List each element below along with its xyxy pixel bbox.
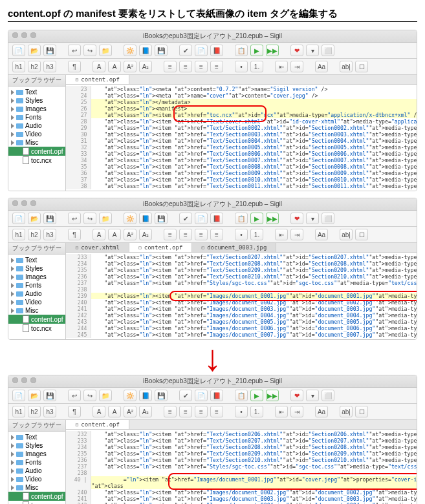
toolbar-button[interactable]: 📁	[99, 390, 112, 401]
toolbar-button[interactable]: 📋	[235, 213, 248, 224]
toolbar-button[interactable]: 💾	[43, 213, 56, 224]
toolbar-button[interactable]: ↪	[83, 45, 96, 56]
minimize-window-icon[interactable]	[21, 32, 27, 38]
close-icon[interactable]: ⊡	[201, 245, 204, 251]
toolbar-button[interactable]: 📄	[195, 213, 208, 224]
close-icon[interactable]: ⊡	[75, 422, 78, 428]
close-icon[interactable]: ⊡	[75, 77, 78, 83]
h3-button[interactable]: h3	[43, 61, 56, 72]
minimize-window-icon[interactable]	[21, 200, 27, 206]
toolbar-button[interactable]: 💾	[43, 45, 56, 56]
superscript-button[interactable]: A²	[124, 61, 136, 72]
align-justify-button[interactable]: ≡	[210, 229, 223, 240]
h2-button[interactable]: h2	[28, 229, 41, 240]
font-button[interactable]: A	[93, 229, 105, 240]
close-icon[interactable]: ⊡	[75, 245, 78, 251]
bullet-button[interactable]: •	[235, 61, 248, 72]
zoom-window-icon[interactable]	[30, 377, 36, 383]
insert-button[interactable]: ab|	[340, 61, 353, 72]
align-right-button[interactable]: ≡	[195, 61, 208, 72]
toolbar-button[interactable]: 📄	[12, 390, 25, 401]
font-button[interactable]: A	[93, 61, 105, 72]
toolbar-button[interactable]: 📂	[28, 390, 41, 401]
toolbar-button[interactable]: ▶	[250, 390, 263, 401]
case-button[interactable]: Aa	[315, 229, 328, 240]
toolbar-button[interactable]: 💾	[155, 213, 168, 224]
toolbar-button[interactable]: ❤	[290, 390, 303, 401]
subscript-button[interactable]: A₂	[139, 406, 152, 417]
toolbar-button[interactable]: 💾	[43, 390, 56, 401]
align-center-button[interactable]: ≡	[179, 61, 192, 72]
h3-button[interactable]: h3	[43, 229, 56, 240]
folder-styles[interactable]: Styles	[8, 441, 65, 450]
superscript-button[interactable]: A²	[124, 229, 136, 240]
toolbar-button[interactable]: ↩	[68, 213, 81, 224]
file-content-opf[interactable]: content.opf	[8, 147, 65, 156]
code-editor[interactable]: 232 "at">class="ln"><item "at">href="Tex…	[66, 430, 417, 504]
case-button[interactable]: Aa	[315, 61, 328, 72]
toolbar-button[interactable]: ✔	[179, 45, 192, 56]
toolbar-button[interactable]: ✔	[179, 390, 192, 401]
folder-misc[interactable]: Misc	[8, 138, 65, 147]
folder-images[interactable]: Images	[8, 450, 65, 458]
align-justify-button[interactable]: ≡	[210, 61, 223, 72]
align-right-button[interactable]: ≡	[195, 406, 208, 417]
case-button[interactable]: Aa	[315, 406, 328, 417]
file-toc-ncx[interactable]: toc.ncx	[8, 324, 65, 333]
folder-fonts[interactable]: Fonts	[8, 281, 65, 289]
toolbar-button[interactable]: 📘	[139, 213, 152, 224]
toolbar-button[interactable]: 📘	[139, 45, 152, 56]
superscript-button[interactable]: A²	[124, 406, 136, 417]
close-icon[interactable]: ⊡	[138, 245, 142, 251]
file-content-opf[interactable]: content.opf	[8, 315, 65, 324]
indent-button[interactable]: ⇥	[290, 406, 303, 417]
strike-button[interactable]: A	[108, 229, 121, 240]
font-button[interactable]: A	[93, 406, 105, 417]
toolbar-button[interactable]: ❤	[290, 213, 303, 224]
numbered-button[interactable]: 1.	[250, 406, 263, 417]
tab-content-opf[interactable]: ⊡content.opf	[66, 75, 129, 84]
toolbar-button[interactable]: 📂	[28, 213, 41, 224]
toolbar-button[interactable]: 📁	[99, 45, 112, 56]
folder-text[interactable]: Text	[8, 88, 65, 96]
folder-audio[interactable]: Audio	[8, 467, 65, 475]
checkbox-button[interactable]: ☐	[355, 406, 368, 417]
toolbar-button[interactable]: 💾	[155, 45, 168, 56]
close-window-icon[interactable]	[12, 32, 18, 38]
numbered-button[interactable]: 1.	[250, 229, 263, 240]
toolbar-button[interactable]: ▶	[250, 213, 263, 224]
toolbar-button[interactable]: 📕	[210, 213, 223, 224]
toolbar-button[interactable]: ↩	[68, 390, 81, 401]
toolbar-button[interactable]: 📋	[235, 390, 248, 401]
code-editor[interactable]: 233 "at">class="ln"><item "at">href="Tex…	[66, 253, 417, 339]
folder-misc[interactable]: Misc	[8, 306, 65, 315]
folder-images[interactable]: Images	[8, 273, 65, 281]
h1-button[interactable]: h1	[12, 229, 25, 240]
toolbar-button[interactable]: ▶	[250, 45, 263, 56]
align-left-button[interactable]: ≡	[164, 229, 177, 240]
align-right-button[interactable]: ≡	[195, 229, 208, 240]
file-content-opf[interactable]: content.opf	[8, 492, 65, 501]
insert-button[interactable]: ab|	[340, 406, 353, 417]
toolbar-button[interactable]: 📕	[210, 390, 223, 401]
toolbar-button[interactable]: ↩	[68, 45, 81, 56]
toolbar-button[interactable]: 📄	[195, 45, 208, 56]
toolbar-button[interactable]: 📘	[139, 390, 152, 401]
close-window-icon[interactable]	[12, 377, 18, 383]
toolbar-button[interactable]: 📄	[12, 45, 25, 56]
tab-cover-xhtml[interactable]: ⊡cover.xhtml	[66, 243, 129, 252]
para-button[interactable]: ¶	[68, 406, 81, 417]
align-justify-button[interactable]: ≡	[210, 406, 223, 417]
toolbar-button[interactable]: ▶▶	[266, 213, 279, 224]
tab-content-opf[interactable]: ⊡content.opf	[129, 243, 192, 252]
folder-styles[interactable]: Styles	[8, 264, 65, 273]
indent-button[interactable]: ⇥	[290, 229, 303, 240]
checkbox-button[interactable]: ☐	[355, 61, 368, 72]
folder-audio[interactable]: Audio	[8, 121, 65, 130]
h2-button[interactable]: h2	[28, 61, 41, 72]
zoom-window-icon[interactable]	[30, 200, 36, 206]
h1-button[interactable]: h1	[12, 61, 25, 72]
toolbar-button[interactable]: 💾	[155, 390, 168, 401]
minimize-window-icon[interactable]	[21, 377, 27, 383]
toolbar-button[interactable]: ↪	[83, 390, 96, 401]
